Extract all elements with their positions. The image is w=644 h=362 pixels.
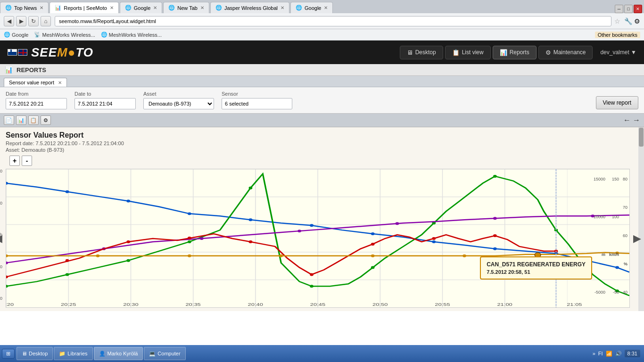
svg-text:20:45: 20:45 [310,302,325,306]
address-input[interactable] [55,16,611,26]
svg-point-16 [126,200,130,203]
chart-container: Sensor Values Report Report date: 7.5.20… [0,127,644,311]
tab-close-jasper[interactable]: ✕ [281,5,284,10]
chart-toolbar: 📄 📊 📋 ⚙ ← → [0,114,644,127]
svg-point-46 [188,237,191,239]
tab-close-google1[interactable]: ✕ [153,5,157,10]
sensor-input[interactable] [222,98,292,109]
taskbar-volume-icon: 🔊 [615,351,622,357]
tab-close-news[interactable]: ✕ [40,5,43,10]
svg-point-22 [493,247,497,250]
export-xls-button[interactable]: 📊 [16,115,26,125]
tab-close-newtab[interactable]: ✕ [200,5,204,10]
svg-text:21:00: 21:00 [497,302,512,306]
y-label-neg2000: -2000 [0,264,2,269]
svg-point-33 [493,175,497,178]
taskbar-time: 8:31 [625,350,640,357]
zoom-out-button[interactable]: - [22,156,32,166]
reports-header-icon: 📊 [5,66,13,74]
taskbar-computer-icon: 💻 [149,351,156,357]
username: dev_valmet ▼ [600,49,636,56]
back-button[interactable]: ◀ [4,16,14,26]
taskbar-item-computer[interactable]: 💻 Computer [144,347,185,360]
tab-google1[interactable]: 🌐 Google ✕ [120,2,162,13]
nav-desktop-label: Desktop [415,49,436,56]
svg-point-40 [396,222,399,225]
browser-chrome: 🌐 Top News ✕ 📊 Reports | SeeMoto ✕ 🌐 Goo… [0,0,644,41]
tab-google2[interactable]: 🌐 Google ✕ [290,2,333,13]
zoom-buttons: + - [4,156,638,169]
user-area[interactable]: dev_valmet ▼ [600,49,636,56]
minimize-button[interactable]: ─ [615,5,623,13]
taskbar-desktop-icon: 🖥 [22,351,27,356]
bookmark-google[interactable]: 🌐 Google [4,32,28,38]
logo-area: SEEM●TO [8,45,93,60]
taskbar-item-desktop[interactable]: 🖥 Desktop [17,347,53,360]
taskbar-libraries-icon: 📁 [59,351,66,357]
svg-point-20 [371,232,375,235]
report-tabs-bar: Sensor value report ✕ [0,76,644,87]
date-to-input[interactable] [74,98,136,109]
scrollbar-track[interactable] [638,127,644,311]
report-tab-sensor[interactable]: Sensor value report ✕ [4,78,67,87]
zoom-in-button[interactable]: + [9,156,20,166]
tab-top-news[interactable]: 🌐 Top News ✕ [0,2,49,13]
nav-reports[interactable]: 📊 Reports [493,46,537,59]
close-button[interactable]: ✕ [634,5,642,13]
asset-label: Asset [143,91,214,97]
svg-point-31 [371,266,375,269]
date-from-input[interactable] [6,98,67,109]
taskbar-marko-label: Marko Kyrölä [107,351,138,356]
settings-toolbar-button[interactable]: ⚙ [41,115,51,125]
svg-point-45 [126,240,130,243]
bookmark-star-icon[interactable]: ☆ [614,17,620,25]
report-tab-label: Sensor value report [9,80,54,85]
export-pdf-button[interactable]: 📄 [4,115,14,125]
svg-text:20:20: 20:20 [6,302,14,306]
nav-buttons: ◀ ▶ ↻ ⌂ [4,16,51,26]
tab-label-google1: Google [134,5,150,11]
other-bookmarks[interactable]: Other bookmarks [595,32,640,38]
tab-close-seemoto[interactable]: ✕ [110,5,114,10]
taskbar-right: » FI 📶 🔊 8:31 [593,350,642,357]
scrollbar-thumb[interactable] [639,128,644,147]
date-from-group: Date from [6,91,67,109]
tab-close-google2[interactable]: ✕ [324,5,328,10]
nav-maintenance[interactable]: ⚙ Maintenance [538,46,593,59]
report-tab-close-icon[interactable]: ✕ [58,80,62,85]
chart-next-arrow[interactable]: → [633,116,640,124]
export-csv-button[interactable]: 📋 [28,115,39,125]
forward-button[interactable]: ▶ [16,16,26,26]
chart-subtitle: Report date: 7.5.2012 20:21:00 - 7.5.201… [0,140,130,147]
svg-point-47 [249,240,253,243]
nav-listview[interactable]: 📋 List view [445,46,491,59]
taskbar-item-libraries[interactable]: 📁 Libraries [54,347,92,360]
chart-right-nav[interactable]: ▶ [633,232,641,245]
arrow-right-icon: » [593,351,595,356]
settings-icon[interactable]: ⚙ [634,17,640,25]
bookmark-meshworks1[interactable]: 📡 MeshWorks Wireless... [34,32,95,38]
chart-prev-arrow[interactable]: ← [623,116,631,124]
chart-left-nav[interactable]: ◀ [0,232,2,245]
refresh-button[interactable]: ↻ [28,16,39,26]
bookmark-meshworks2[interactable]: 🌐 MeshWorks Wireless... [101,32,162,38]
svg-point-29 [249,187,253,189]
tab-jasper[interactable]: 🌐 Jasper Wireless Global ✕ [210,2,289,13]
tab-label-google2: Google [305,5,321,11]
tab-label-seemoto: Reports | SeeMoto [64,5,107,11]
view-report-button[interactable]: View report [596,96,638,109]
chart-svg-container: ◀ [6,169,630,308]
taskbar-item-marko[interactable]: 👤 Marko Kyrölä [94,347,143,360]
nav-desktop[interactable]: 🖥 Desktop [400,46,443,59]
svg-point-57 [371,255,375,257]
asset-select[interactable]: Demoauto (B-973) [143,98,214,109]
tab-seemoto[interactable]: 📊 Reports | SeeMoto ✕ [50,2,119,13]
maximize-button[interactable]: □ [624,5,633,13]
taskbar-libraries-label: Libraries [67,351,87,356]
start-button[interactable]: ⊞ [2,349,15,359]
asset-select-wrap: Demoauto (B-973) [143,98,214,109]
extensions-icon[interactable]: 🔧 [624,17,632,25]
chart-title: Sensor Values Report [0,127,130,140]
tab-newtab[interactable]: 🌐 New Tab ✕ [163,2,209,13]
home-button[interactable]: ⌂ [41,16,51,26]
